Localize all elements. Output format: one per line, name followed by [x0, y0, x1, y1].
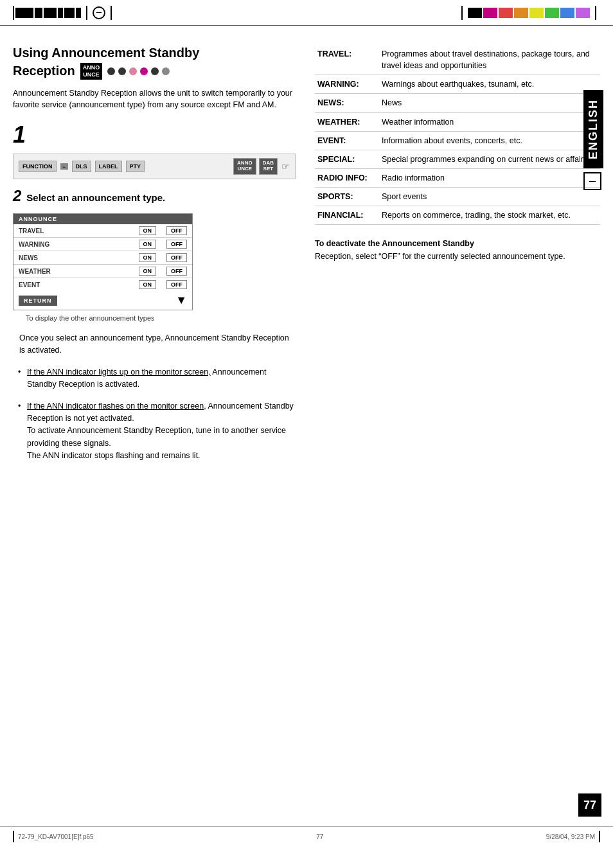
bar3: [44, 8, 57, 18]
deactivate-text: Reception, select “OFF” for the currentl…: [315, 252, 565, 261]
right-column: TRAVEL: Programmes about travel destinat…: [308, 45, 600, 471]
table-row-event: EVENT: Information about events, concert…: [315, 131, 600, 150]
announce-row-warning: WARNING ON OFF: [13, 238, 192, 251]
bottom-left: 72-79_KD-AV7001[E]f.p65: [13, 831, 94, 842]
bar2: [35, 8, 42, 18]
label-financial: FINANCIAL:: [315, 206, 379, 225]
bottom-vert-line: [13, 831, 14, 842]
top-right-bars: [458, 6, 600, 20]
step2-label: Select an announcement type.: [26, 192, 165, 203]
dot2: [118, 67, 126, 75]
english-sidebar: ENGLISH: [583, 90, 601, 190]
text-financial: Reports on commerce, trading, the stock …: [379, 206, 600, 225]
dot-decorations: [107, 67, 170, 75]
cb5: [529, 8, 544, 18]
text-sports: Sport events: [379, 188, 600, 206]
bar6: [76, 8, 81, 18]
bottom-vert-line-r: [599, 831, 600, 842]
label-travel: TRAVEL:: [315, 45, 379, 75]
bullet1-underline: If the ANN indicator lights up on the mo…: [27, 368, 211, 376]
info-table: TRAVEL: Programmes about travel destinat…: [315, 45, 600, 225]
table-row-warning: WARNING: Warnings about earthquakes, tsu…: [315, 75, 600, 94]
right-btns: ANNOUNCE DABSET: [233, 158, 278, 175]
main-content: Using Announcement Standby Reception ANN…: [0, 26, 613, 484]
english-label: ENGLISH: [583, 90, 603, 168]
bar5: [64, 8, 75, 18]
intro-text: Announcement Standby Reception allows th…: [13, 87, 296, 112]
bottom-bar: 72-79_KD-AV7001[E]f.p65 77 9/28/04, 9:23…: [0, 826, 613, 842]
label-warning: WARNING:: [315, 75, 379, 94]
cb1: [468, 8, 482, 18]
sidebar-compass: [583, 172, 601, 190]
text-event: Information about events, concerts, etc.: [379, 131, 600, 150]
section-heading-block: Using Announcement Standby Reception ANN…: [13, 45, 296, 80]
dot6: [162, 67, 170, 75]
bottom-right: 9/28/04, 9:23 PM: [546, 831, 600, 842]
announce-header: ANNOUNCE: [13, 214, 192, 224]
announce-row-news: NEWS ON OFF: [13, 251, 192, 265]
table-row-special: SPECIAL: Special programmes expanding on…: [315, 150, 600, 168]
vert-line-mid: [86, 6, 87, 20]
left-column: Using Announcement Standby Reception ANN…: [13, 45, 296, 471]
cb8: [576, 8, 590, 18]
eq-indicator: =: [60, 163, 68, 170]
info-table-body: TRAVEL: Programmes about travel destinat…: [315, 45, 600, 225]
announce-footer: RETURN ▼: [13, 291, 192, 310]
label-sports: SPORTS:: [315, 188, 379, 206]
table-row-sports: SPORTS: Sport events: [315, 188, 600, 206]
function-btn: FUNCTION: [19, 161, 57, 172]
bar4: [58, 8, 63, 18]
device-image: FUNCTION = DLS LABEL PTY ANNOUNCE DABSET…: [13, 154, 296, 179]
cb3: [499, 8, 513, 18]
dot4: [140, 67, 148, 75]
vert-line-mid2: [111, 6, 112, 20]
text-travel: Programmes about travel destinations, pa…: [379, 45, 600, 75]
announce-rows: TRAVEL ON OFF WARNING ON OFF NEWS ON OFF: [13, 224, 192, 291]
step1-number: 1: [13, 121, 296, 148]
label-news: NEWS:: [315, 94, 379, 112]
cb6: [545, 8, 559, 18]
text-radio-info: Radio information: [379, 168, 600, 187]
label-weather: WEATHER:: [315, 112, 379, 131]
anno-badge: ANNO UNCE: [80, 63, 103, 80]
bar1: [15, 8, 33, 18]
pty-btn: PTY: [126, 161, 145, 172]
cb2: [483, 8, 497, 18]
vert-line-left: [13, 6, 14, 20]
table-row-weather: WEATHER: Weather information: [315, 112, 600, 131]
text-special: Special programmes expanding on current …: [379, 150, 600, 168]
step2-header: 2 Select an announcement type.: [13, 187, 296, 208]
table-row-financial: FINANCIAL: Reports on commerce, trading,…: [315, 206, 600, 225]
dab-btn: DABSET: [259, 158, 278, 175]
reception-label: Reception: [13, 64, 75, 78]
date-ref: 9/28/04, 9:23 PM: [546, 833, 595, 840]
vert-line-r2: [595, 6, 596, 20]
announce-row-event: EVENT ON OFF: [13, 278, 192, 291]
text-warning: Warnings about earthquakes, tsunami, etc…: [379, 75, 600, 94]
bottom-center-page: 77: [316, 833, 323, 840]
activation-para1: Once you select an announcement type, An…: [19, 332, 296, 357]
page-number: 77: [578, 793, 601, 817]
label-radio-info: RADIO INFO:: [315, 168, 379, 187]
scroll-down-arrow: ▼: [175, 294, 187, 307]
section-title: Using Announcement Standby: [13, 45, 296, 60]
step2-number: 2: [13, 187, 21, 205]
compass-icon-left: [93, 6, 105, 19]
text-news: News: [379, 94, 600, 112]
table-row-news: NEWS: News: [315, 94, 600, 112]
cb4: [514, 8, 528, 18]
label-btn: LABEL: [95, 161, 122, 172]
table-row-radio-info: RADIO INFO: Radio information: [315, 168, 600, 187]
deactivate-heading: To deactivate the Announcement Standby: [315, 239, 474, 248]
announce-panel: ANNOUNCE TRAVEL ON OFF WARNING ON OFF NE…: [13, 213, 193, 310]
top-decorative-bar: [0, 0, 613, 26]
dot5: [151, 67, 159, 75]
color-bar-group: [468, 8, 590, 18]
return-btn: RETURN: [19, 296, 57, 306]
device-arrow: ☞: [281, 161, 290, 172]
bullet-item-2: If the ANN indicator flashes on the moni…: [13, 400, 296, 463]
bar-group-left: [15, 8, 81, 18]
bullet-item-1: If the ANN indicator lights up on the mo…: [13, 366, 296, 391]
deactivate-note: To deactivate the Announcement Standby R…: [315, 238, 600, 263]
dot3: [129, 67, 137, 75]
